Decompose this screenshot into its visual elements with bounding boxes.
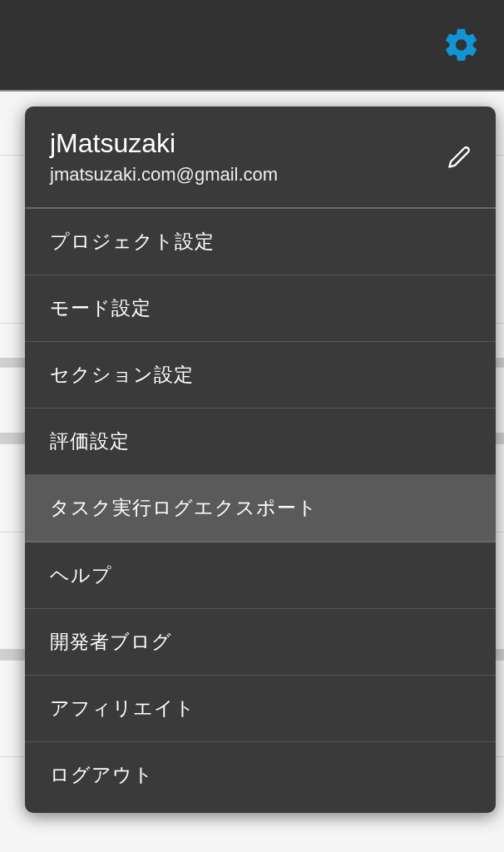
topbar <box>0 0 504 92</box>
settings-dropdown: jMatsuzaki jmatsuzaki.com@gmail.com プロジェ… <box>25 106 496 813</box>
menu-item-dev-blog[interactable]: 開発者ブログ <box>25 609 496 676</box>
menu-item-task-log-export[interactable]: タスク実行ログエクスポート <box>25 475 496 542</box>
menu-item-mode-settings[interactable]: モード設定 <box>25 275 496 342</box>
profile-email: jmatsuzaki.com@gmail.com <box>50 164 278 186</box>
profile-name: jMatsuzaki <box>50 128 278 159</box>
menu-item-label: セクション設定 <box>50 364 194 385</box>
menu-item-label: モード設定 <box>50 297 151 319</box>
menu-item-label: プロジェクト設定 <box>50 230 215 252</box>
gear-icon[interactable] <box>442 26 481 64</box>
menu-item-logout[interactable]: ログアウト <box>25 742 496 813</box>
edit-icon[interactable] <box>447 146 471 169</box>
menu-item-label: アフィリエイト <box>50 697 195 719</box>
profile-text: jMatsuzaki jmatsuzaki.com@gmail.com <box>50 128 278 186</box>
menu-item-rating-settings[interactable]: 評価設定 <box>25 409 496 475</box>
menu-item-help[interactable]: ヘルプ <box>25 542 496 609</box>
menu-item-label: 評価設定 <box>50 430 130 452</box>
menu-item-label: タスク実行ログエクスポート <box>50 497 318 518</box>
menu-item-label: ヘルプ <box>50 564 112 586</box>
menu-item-affiliate[interactable]: アフィリエイト <box>25 676 496 742</box>
menu-item-label: 開発者ブログ <box>50 631 172 652</box>
menu-item-label: ログアウト <box>50 764 154 785</box>
profile-header: jMatsuzaki jmatsuzaki.com@gmail.com <box>25 106 496 209</box>
menu-item-project-settings[interactable]: プロジェクト設定 <box>25 209 496 275</box>
menu-item-section-settings[interactable]: セクション設定 <box>25 342 496 409</box>
